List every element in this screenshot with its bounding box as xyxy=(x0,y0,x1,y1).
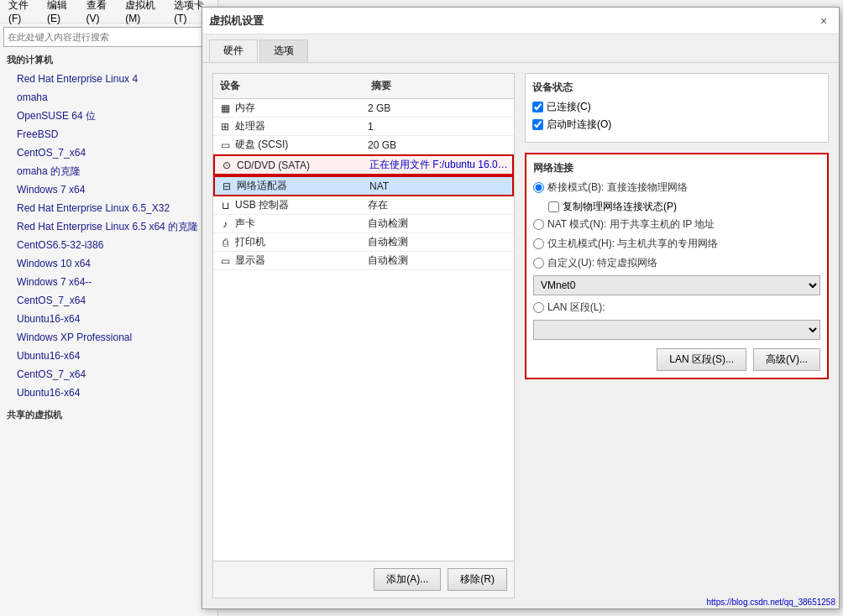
sidebar-item-win10[interactable]: Windows 10 x64 xyxy=(0,254,217,273)
sidebar-item-win7x64b[interactable]: Windows 7 x64-- xyxy=(0,273,217,291)
lan-radio[interactable] xyxy=(533,302,544,313)
sidebar-item-ubuntu16b[interactable]: Ubuntu16-x64 xyxy=(0,347,217,365)
add-device-button[interactable]: 添加(A)... xyxy=(374,568,441,591)
device-label-cpu: 处理器 xyxy=(235,119,265,133)
dialog-title: 虚拟机设置 xyxy=(209,13,264,29)
device-label-cd: CD/DVD (SATA) xyxy=(237,159,310,171)
copy-physical-checkbox[interactable] xyxy=(548,201,559,212)
sidebar-item-opensuse[interactable]: OpenSUSE 64 位 xyxy=(0,107,217,125)
menu-edit[interactable]: 编辑(E) xyxy=(42,0,80,26)
search-bar: ▼ xyxy=(3,27,214,47)
host-only-radio-row: 仅主机模式(H): 与主机共享的专用网络 xyxy=(533,237,820,251)
device-summary-cpu: 1 xyxy=(364,119,514,134)
dialog-titlebar: 虚拟机设置 × xyxy=(202,8,839,34)
bridge-radio-row: 桥接模式(B): 直接连接物理网络 xyxy=(533,180,820,195)
dialog-close-button[interactable]: × xyxy=(815,13,832,29)
device-row-memory[interactable]: ▦ 内存 2 GB xyxy=(213,99,514,117)
sidebar-item-winxp[interactable]: Windows XP Professional xyxy=(0,328,217,347)
device-name-cpu: ⊞ 处理器 xyxy=(213,117,364,135)
device-label-network: 网络适配器 xyxy=(237,179,287,193)
search-input[interactable] xyxy=(4,32,196,42)
device-summary-memory: 2 GB xyxy=(364,101,514,116)
sidebar-item-centos7b[interactable]: CentOS_7_x64 xyxy=(0,291,217,310)
vm-settings-dialog: 虚拟机设置 × 硬件 选项 设备 摘要 ▦ 内存 2 GB xyxy=(202,7,840,609)
connect-on-start-label: 启动时连接(O) xyxy=(547,117,611,132)
sidebar-item-rhel4[interactable]: Red Hat Enterprise Linux 4 xyxy=(0,70,217,88)
sidebar-item-omaha[interactable]: omaha xyxy=(0,88,217,107)
device-label-memory: 内存 xyxy=(235,101,255,115)
sidebar-item-omaha-clone[interactable]: omaha 的克隆 xyxy=(0,162,217,180)
connect-on-start-checkbox-row: 启动时连接(O) xyxy=(532,117,821,132)
sidebar-item-win7x64[interactable]: Windows 7 x64 xyxy=(0,180,217,199)
memory-icon: ▦ xyxy=(218,102,232,115)
device-summary-printer: 自动检测 xyxy=(364,233,514,251)
device-col-header: 设备 xyxy=(213,77,364,95)
remove-device-button[interactable]: 移除(R) xyxy=(448,568,507,591)
copy-physical-label: 复制物理网络连接状态(P) xyxy=(563,200,677,214)
host-only-radio[interactable] xyxy=(533,238,544,249)
device-summary-hdd: 20 GB xyxy=(364,138,514,153)
nat-radio[interactable] xyxy=(533,219,544,230)
device-label-printer: 打印机 xyxy=(235,235,265,249)
lan-radio-row: LAN 区段(L): xyxy=(533,300,820,315)
connected-checkbox-row: 已连接(C) xyxy=(532,100,821,114)
monitor-icon: ▭ xyxy=(218,254,232,268)
main-app-window: 文件(F) 编辑(E) 查看(V) 虚拟机(M) 选项卡(T) ▼ 我的计算机 … xyxy=(0,0,218,616)
vmnet-dropdown[interactable]: VMnet0 xyxy=(533,275,820,295)
menu-file[interactable]: 文件(F) xyxy=(3,0,40,26)
device-status-group: 设备状态 已连接(C) 启动时连接(O) xyxy=(525,73,829,143)
cpu-icon: ⊞ xyxy=(218,120,232,133)
device-row-usb[interactable]: ⊔ USB 控制器 存在 xyxy=(213,196,514,215)
device-panel-footer: 添加(A)... 移除(R) xyxy=(213,561,514,598)
tab-hardware[interactable]: 硬件 xyxy=(209,39,258,62)
sidebar-item-rhel65-clone[interactable]: Red Hat Enterprise Linux 6.5 x64 的克隆 xyxy=(0,217,217,236)
sidebar-item-centos7c[interactable]: CentOS_7_x64 xyxy=(0,365,217,384)
device-name-monitor: ▭ 显示器 xyxy=(213,252,364,269)
connect-on-start-checkbox[interactable] xyxy=(532,119,543,130)
custom-radio[interactable] xyxy=(533,258,544,269)
sidebar-item-centos65[interactable]: CentOS6.5-32-i386 xyxy=(0,236,217,254)
url-bar: https://blog.csdn.net/qq_38651258 xyxy=(707,598,835,607)
menu-vm[interactable]: 虚拟机(M) xyxy=(120,0,167,26)
lan-label: LAN 区段(L): xyxy=(547,300,605,315)
copy-physical-row: 复制物理网络连接状态(P) xyxy=(548,200,820,214)
cd-icon: ⊙ xyxy=(220,159,233,172)
tab-options[interactable]: 选项 xyxy=(259,39,308,62)
dialog-body: 设备 摘要 ▦ 内存 2 GB ⊞ 处理器 xyxy=(202,63,839,608)
connected-checkbox[interactable] xyxy=(532,102,543,112)
lan-settings-button[interactable]: LAN 区段(S)... xyxy=(657,348,746,371)
sidebar-item-freebsd[interactable]: FreeBSD xyxy=(0,125,217,144)
device-row-monitor[interactable]: ▭ 显示器 自动检测 xyxy=(213,252,514,270)
advanced-button[interactable]: 高级(V)... xyxy=(753,348,820,371)
device-label-hdd: 硬盘 (SCSI) xyxy=(235,138,288,152)
sidebar-item-rhel65-x32[interactable]: Red Hat Enterprise Linux 6.5_X32 xyxy=(0,199,217,217)
bridge-radio[interactable] xyxy=(533,182,544,193)
device-summary-network: NAT xyxy=(366,179,512,194)
device-table-header: 设备 摘要 xyxy=(213,74,514,99)
device-row-cd[interactable]: ⊙ CD/DVD (SATA) 正在使用文件 F:/ubuntu 16.04..… xyxy=(213,154,514,175)
dialog-tabs: 硬件 选项 xyxy=(202,34,839,63)
network-footer: LAN 区段(S)... 高级(V)... xyxy=(533,348,820,371)
device-status-title: 设备状态 xyxy=(532,81,821,95)
device-summary-cd: 正在使用文件 F:/ubuntu 16.04... xyxy=(366,156,512,174)
lan-dropdown[interactable] xyxy=(533,320,820,340)
sidebar-item-ubuntu16c[interactable]: Ubuntu16-x64 xyxy=(0,384,217,402)
menu-view[interactable]: 查看(V) xyxy=(81,0,119,26)
device-row-sound[interactable]: ♪ 声卡 自动检测 xyxy=(213,215,514,233)
printer-icon: ⎙ xyxy=(218,236,232,249)
sidebar-item-centos7[interactable]: CentOS_7_x64 xyxy=(0,144,217,162)
device-row-hdd[interactable]: ▭ 硬盘 (SCSI) 20 GB xyxy=(213,136,514,154)
device-name-cd: ⊙ CD/DVD (SATA) xyxy=(215,157,366,174)
device-row-network[interactable]: ⊟ 网络适配器 NAT xyxy=(213,175,514,196)
device-label-monitor: 显示器 xyxy=(235,253,265,268)
network-group-title: 网络连接 xyxy=(533,161,820,175)
device-summary-usb: 存在 xyxy=(364,196,514,214)
network-adapter-icon: ⊟ xyxy=(220,180,233,193)
sidebar-item-ubuntu16a[interactable]: Ubuntu16-x64 xyxy=(0,310,217,328)
custom-radio-row: 自定义(U): 特定虚拟网络 xyxy=(533,256,820,270)
device-summary-monitor: 自动检测 xyxy=(364,252,514,269)
device-row-printer[interactable]: ⎙ 打印机 自动检测 xyxy=(213,233,514,252)
device-table-body: ▦ 内存 2 GB ⊞ 处理器 1 ▭ 硬盘 xyxy=(213,99,514,561)
device-summary-sound: 自动检测 xyxy=(364,215,514,232)
device-row-cpu[interactable]: ⊞ 处理器 1 xyxy=(213,117,514,136)
